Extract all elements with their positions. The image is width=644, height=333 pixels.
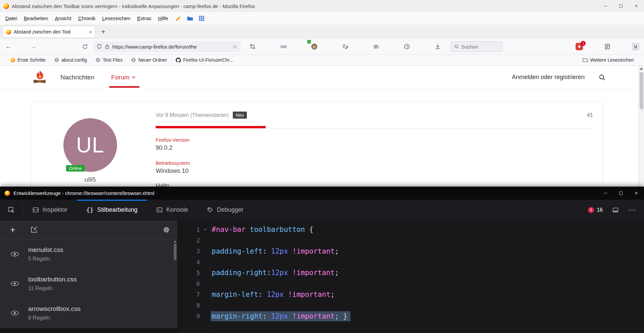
- code-editor[interactable]: 1▾#nav-bar toolbarbutton {23padding-left…: [178, 220, 644, 333]
- code-line[interactable]: 4: [178, 257, 644, 267]
- bookmark-star-icon[interactable]: ☆: [232, 43, 237, 50]
- close-button[interactable]: ×: [629, 0, 644, 12]
- tab-konsole[interactable]: Konsole: [147, 200, 198, 220]
- container-extension-icon[interactable]: ✓: [309, 41, 320, 52]
- visibility-eye-icon[interactable]: [11, 252, 19, 257]
- scroll-up-arrow[interactable]: [640, 68, 643, 70]
- folder-icon[interactable]: [187, 16, 193, 21]
- code-line[interactable]: 6: [178, 278, 644, 289]
- url-bar[interactable]: ☆: [93, 41, 241, 52]
- code-line[interactable]: 7margin-left: 12px !important;: [178, 289, 644, 300]
- nav-nachrichten[interactable]: Nachrichten: [60, 74, 94, 81]
- code-line[interactable]: 9margin-right: 12px !important; }: [178, 311, 644, 321]
- code-line[interactable]: 2: [178, 235, 644, 246]
- new-tab-button[interactable]: +: [98, 26, 109, 37]
- grid-icon[interactable]: [199, 15, 205, 21]
- fold-arrow-icon[interactable]: ▾: [200, 227, 211, 232]
- history-clock-icon[interactable]: [401, 41, 413, 52]
- stylesheet-item-partial[interactable]: [0, 328, 177, 333]
- tab-stilbearbeitung[interactable]: {} Stilbearbeitung: [77, 200, 147, 220]
- site-search-icon[interactable]: [599, 74, 605, 81]
- screenshot-tool-icon[interactable]: [247, 41, 258, 52]
- code-line[interactable]: 1▾#nav-bar toolbarbutton {: [178, 224, 644, 235]
- code-text[interactable]: [211, 283, 215, 285]
- username[interactable]: ulli5: [85, 176, 96, 183]
- minimize-button[interactable]: [598, 0, 613, 12]
- stylesheet-item-toolbarbutton[interactable]: toolbarbutton.css11 Regeln.: [0, 269, 177, 298]
- red-extension-icon[interactable]: 1: [576, 43, 583, 50]
- bookmark-test-files[interactable]: Test Files: [91, 57, 127, 63]
- code-text[interactable]: [211, 239, 215, 241]
- error-count[interactable]: ! 16: [588, 207, 603, 213]
- code-text[interactable]: #nav-bar toolbarbutton {: [211, 224, 316, 235]
- post-number[interactable]: #1: [587, 112, 593, 118]
- visibility-eye-icon[interactable]: [11, 281, 19, 286]
- code-text[interactable]: padding-right:12px !important;: [211, 268, 342, 278]
- maximize-button[interactable]: [613, 0, 629, 12]
- more-bookmarks-button[interactable]: Weitere Lesezeichen: [578, 57, 644, 63]
- code-line[interactable]: 8: [178, 300, 644, 311]
- stylesheet-item-menulist[interactable]: menulist.css5 Regeln.: [0, 240, 177, 269]
- visibility-eye-icon[interactable]: [11, 311, 19, 316]
- edit-bookmark-icon[interactable]: [339, 41, 351, 52]
- pencil-icon[interactable]: [175, 15, 181, 21]
- scrollbar-thumb[interactable]: [640, 72, 643, 109]
- search-icon: [454, 44, 459, 49]
- bookmark-erste-schritte[interactable]: Erste Schritte: [6, 57, 50, 63]
- menu-ansicht[interactable]: Ansicht: [52, 14, 75, 23]
- meatball-menu-icon[interactable]: ⋯: [628, 206, 636, 214]
- menu-datei[interactable]: Datei: [2, 14, 20, 23]
- devtools-close-button[interactable]: ×: [629, 187, 644, 200]
- url-input[interactable]: [112, 44, 230, 50]
- stylesheet-item-arrowscrollbox[interactable]: arrowscrollbox.css9 Regeln.: [0, 298, 177, 328]
- site-header: Nachrichten Forum Anmelden oder registri…: [0, 66, 644, 89]
- scroll-up-arrow[interactable]: [174, 241, 176, 242]
- notes-extension-icon[interactable]: [602, 41, 613, 52]
- code-line[interactable]: 5padding-right:12px !important;: [178, 267, 644, 278]
- nav-forum[interactable]: Forum: [111, 66, 136, 89]
- library-icon[interactable]: [370, 41, 382, 52]
- sidebar-scrollbar[interactable]: [173, 241, 177, 260]
- campfire-logo[interactable]: [32, 70, 48, 85]
- menu-extras[interactable]: Extras: [134, 14, 155, 23]
- bookmark-neuer-ordner[interactable]: Neuer Ordner: [127, 57, 171, 63]
- menu-lesezeichen[interactable]: Lesezeichen: [99, 14, 134, 23]
- search-box[interactable]: [451, 41, 503, 52]
- reload-button[interactable]: [79, 41, 91, 52]
- lock-icon[interactable]: [105, 44, 110, 49]
- login-link[interactable]: Anmelden oder registrieren: [512, 74, 585, 81]
- mask-extension-icon[interactable]: [278, 41, 289, 52]
- new-stylesheet-button[interactable]: +: [10, 225, 15, 235]
- search-input[interactable]: [461, 44, 499, 50]
- forward-button[interactable]: →: [28, 41, 39, 52]
- menu-hilfe[interactable]: Hilfe: [155, 14, 171, 23]
- code-text[interactable]: [211, 261, 215, 263]
- downloads-icon[interactable]: [432, 41, 443, 52]
- code-text[interactable]: padding-left: 12px !important;: [211, 246, 342, 256]
- code-text[interactable]: margin-right: 12px !important; }: [211, 311, 351, 321]
- page-scrollbar[interactable]: [638, 66, 644, 187]
- menu-chronik[interactable]: Chronik: [75, 14, 99, 23]
- devtools-window: Entwicklerwerkzeuge - chrome://browser/c…: [0, 187, 644, 333]
- vk-extension-icon[interactable]: V: [632, 43, 639, 50]
- import-stylesheet-icon[interactable]: [30, 226, 38, 234]
- code-text[interactable]: margin-left: 12px !important;: [211, 289, 338, 299]
- tab-inspektor[interactable]: Inspektor: [23, 200, 77, 220]
- tab-close-icon[interactable]: ×: [89, 29, 92, 35]
- devtools-maximize-button[interactable]: [613, 187, 629, 200]
- menu-bearbeiten[interactable]: Bearbeiten: [20, 14, 52, 23]
- split-console-icon[interactable]: [612, 207, 619, 213]
- back-button[interactable]: ←: [3, 41, 14, 52]
- browser-tab[interactable]: Abstand zwischen den Tool ×: [3, 26, 95, 38]
- tab-debugger[interactable]: Debugger: [198, 200, 253, 220]
- gear-icon[interactable]: [163, 226, 170, 234]
- devtools-minimize-button[interactable]: [598, 187, 613, 200]
- code-text[interactable]: [211, 304, 215, 306]
- shield-icon[interactable]: [97, 44, 102, 49]
- pick-element-icon[interactable]: [0, 200, 23, 220]
- code-line[interactable]: 3padding-left: 12px !important;: [178, 246, 644, 257]
- scrollbar-thumb[interactable]: [174, 244, 176, 260]
- avatar[interactable]: UL: [63, 118, 117, 172]
- bookmark-github-userchrome[interactable]: Firefox-UI-Fix/userChr...: [171, 57, 237, 63]
- bookmark-about-config[interactable]: about:config: [50, 57, 91, 63]
